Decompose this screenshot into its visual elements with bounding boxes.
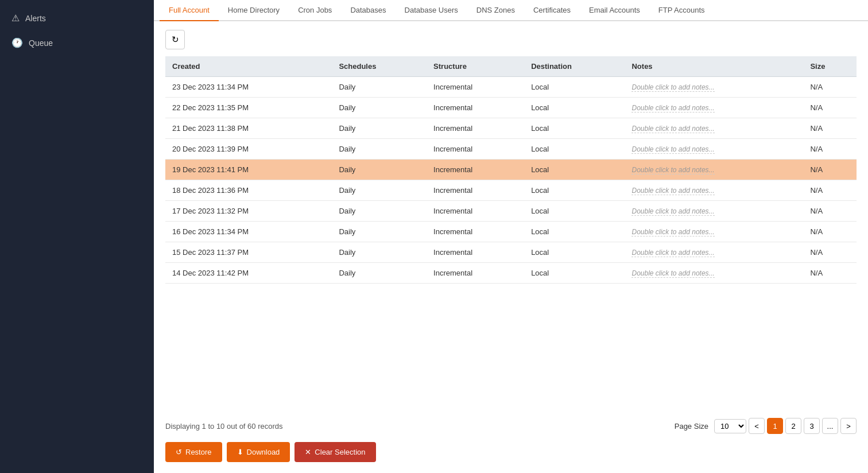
cell-created: 21 Dec 2023 11:38 PM bbox=[165, 118, 332, 139]
records-info: Displaying 1 to 10 out of 60 records bbox=[165, 422, 283, 431]
col-header-notes: Notes bbox=[625, 56, 803, 77]
cell-notes[interactable]: Double click to add notes... bbox=[625, 222, 803, 242]
tab-bar: Full AccountHome DirectoryCron JobsDatab… bbox=[154, 0, 868, 21]
sidebar-item-queue[interactable]: 🕐Queue bbox=[0, 30, 154, 55]
clear-icon: ✕ bbox=[305, 448, 311, 456]
table-body: 23 Dec 2023 11:34 PMDailyIncrementalLoca… bbox=[165, 77, 857, 284]
cell-destination: Local bbox=[524, 242, 625, 263]
cell-schedules: Daily bbox=[332, 222, 427, 242]
tab-database-users[interactable]: Database Users bbox=[396, 0, 467, 21]
action-buttons: ↺ Restore ⬇ Download ✕ Clear Selection bbox=[165, 434, 857, 464]
cell-size: N/A bbox=[803, 160, 857, 180]
cell-created: 20 Dec 2023 11:39 PM bbox=[165, 139, 332, 160]
cell-size: N/A bbox=[803, 118, 857, 139]
cell-structure: Incremental bbox=[427, 180, 524, 201]
cell-schedules: Daily bbox=[332, 180, 427, 201]
cell-size: N/A bbox=[803, 98, 857, 118]
restore-icon: ↺ bbox=[176, 448, 182, 456]
table-row[interactable]: 23 Dec 2023 11:34 PMDailyIncrementalLoca… bbox=[165, 77, 857, 98]
cell-notes[interactable]: Double click to add notes... bbox=[625, 263, 803, 284]
tab-home-directory[interactable]: Home Directory bbox=[219, 0, 289, 21]
cell-structure: Incremental bbox=[427, 118, 524, 139]
cell-destination: Local bbox=[524, 139, 625, 160]
sidebar-item-label: Queue bbox=[29, 38, 53, 48]
table-footer: Displaying 1 to 10 out of 60 records Pag… bbox=[165, 411, 857, 434]
table-row[interactable]: 17 Dec 2023 11:32 PMDailyIncrementalLoca… bbox=[165, 201, 857, 222]
queue-icon: 🕐 bbox=[11, 37, 23, 48]
col-header-size: Size bbox=[803, 56, 857, 77]
cell-schedules: Daily bbox=[332, 263, 427, 284]
download-label: Download bbox=[247, 448, 280, 456]
cell-size: N/A bbox=[803, 263, 857, 284]
cell-schedules: Daily bbox=[332, 77, 427, 98]
restore-button[interactable]: ↺ Restore bbox=[165, 442, 222, 462]
cell-destination: Local bbox=[524, 180, 625, 201]
table-row[interactable]: 18 Dec 2023 11:36 PMDailyIncrementalLoca… bbox=[165, 180, 857, 201]
refresh-button[interactable]: ↻ bbox=[165, 30, 185, 49]
cell-destination: Local bbox=[524, 201, 625, 222]
cell-notes[interactable]: Double click to add notes... bbox=[625, 118, 803, 139]
tab-certificates[interactable]: Certificates bbox=[524, 0, 580, 21]
cell-schedules: Daily bbox=[332, 118, 427, 139]
table-row[interactable]: 21 Dec 2023 11:38 PMDailyIncrementalLoca… bbox=[165, 118, 857, 139]
table-row[interactable]: 16 Dec 2023 11:34 PMDailyIncrementalLoca… bbox=[165, 222, 857, 242]
cell-created: 22 Dec 2023 11:35 PM bbox=[165, 98, 332, 118]
cell-destination: Local bbox=[524, 263, 625, 284]
cell-notes[interactable]: Double click to add notes... bbox=[625, 201, 803, 222]
page-...-button[interactable]: ... bbox=[822, 418, 838, 434]
cell-size: N/A bbox=[803, 180, 857, 201]
cell-size: N/A bbox=[803, 139, 857, 160]
header-row: CreatedSchedulesStructureDestinationNote… bbox=[165, 56, 857, 77]
tab-databases[interactable]: Databases bbox=[341, 0, 395, 21]
cell-created: 14 Dec 2023 11:42 PM bbox=[165, 263, 332, 284]
page-3-button[interactable]: 3 bbox=[804, 418, 820, 434]
table-row[interactable]: 14 Dec 2023 11:42 PMDailyIncrementalLoca… bbox=[165, 263, 857, 284]
cell-destination: Local bbox=[524, 98, 625, 118]
col-header-created: Created bbox=[165, 56, 332, 77]
cell-notes[interactable]: Double click to add notes... bbox=[625, 77, 803, 98]
cell-structure: Incremental bbox=[427, 77, 524, 98]
tab-dns-zones[interactable]: DNS Zones bbox=[467, 0, 524, 21]
content-area: ↻ CreatedSchedulesStructureDestinationNo… bbox=[154, 21, 868, 473]
page-1-button[interactable]: 1 bbox=[767, 418, 783, 434]
page-size-select[interactable]: 102550100 bbox=[714, 419, 746, 433]
cell-created: 18 Dec 2023 11:36 PM bbox=[165, 180, 332, 201]
clear-selection-button[interactable]: ✕ Clear Selection bbox=[294, 442, 375, 462]
cell-schedules: Daily bbox=[332, 139, 427, 160]
cell-structure: Incremental bbox=[427, 139, 524, 160]
cell-structure: Incremental bbox=[427, 98, 524, 118]
table-row[interactable]: 20 Dec 2023 11:39 PMDailyIncrementalLoca… bbox=[165, 139, 857, 160]
sidebar-item-alerts[interactable]: ⚠Alerts bbox=[0, 6, 154, 30]
main-content: Full AccountHome DirectoryCron JobsDatab… bbox=[154, 0, 868, 473]
cell-notes[interactable]: Double click to add notes... bbox=[625, 242, 803, 263]
page-2-button[interactable]: 2 bbox=[785, 418, 801, 434]
cell-size: N/A bbox=[803, 222, 857, 242]
cell-notes[interactable]: Double click to add notes... bbox=[625, 98, 803, 118]
next-page-button[interactable]: > bbox=[840, 418, 857, 434]
tab-email-accounts[interactable]: Email Accounts bbox=[580, 0, 649, 21]
cell-size: N/A bbox=[803, 201, 857, 222]
table-row[interactable]: 15 Dec 2023 11:37 PMDailyIncrementalLoca… bbox=[165, 242, 857, 263]
sidebar: ⚠Alerts🕐Queue bbox=[0, 0, 154, 473]
tab-full-account[interactable]: Full Account bbox=[160, 0, 219, 21]
tab-ftp-accounts[interactable]: FTP Accounts bbox=[649, 0, 714, 21]
prev-page-button[interactable]: < bbox=[749, 418, 765, 434]
cell-notes[interactable]: Double click to add notes... bbox=[625, 160, 803, 180]
tab-cron-jobs[interactable]: Cron Jobs bbox=[289, 0, 341, 21]
cell-schedules: Daily bbox=[332, 160, 427, 180]
cell-structure: Incremental bbox=[427, 263, 524, 284]
cell-created: 16 Dec 2023 11:34 PM bbox=[165, 222, 332, 242]
table-row[interactable]: 22 Dec 2023 11:35 PMDailyIncrementalLoca… bbox=[165, 98, 857, 118]
cell-structure: Incremental bbox=[427, 201, 524, 222]
cell-created: 23 Dec 2023 11:34 PM bbox=[165, 77, 332, 98]
restore-label: Restore bbox=[185, 448, 212, 456]
table-row[interactable]: 19 Dec 2023 11:41 PMDailyIncrementalLoca… bbox=[165, 160, 857, 180]
download-button[interactable]: ⬇ Download bbox=[227, 442, 290, 462]
cell-schedules: Daily bbox=[332, 98, 427, 118]
cell-notes[interactable]: Double click to add notes... bbox=[625, 139, 803, 160]
cell-notes[interactable]: Double click to add notes... bbox=[625, 180, 803, 201]
cell-destination: Local bbox=[524, 118, 625, 139]
cell-size: N/A bbox=[803, 242, 857, 263]
cell-destination: Local bbox=[524, 222, 625, 242]
cell-created: 17 Dec 2023 11:32 PM bbox=[165, 201, 332, 222]
